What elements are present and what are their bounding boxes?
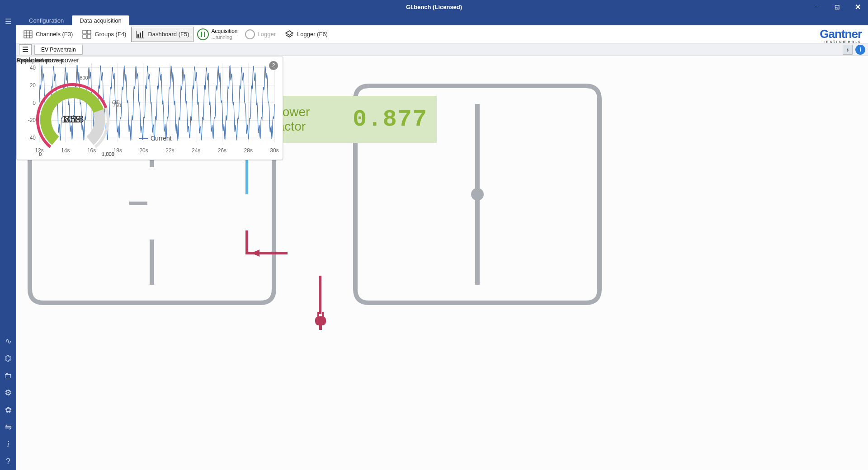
table-icon [23,29,33,39]
titlebar: GI.bench (Licensed) ─ ◱ ✕ [0,0,868,14]
svg-marker-14 [286,31,293,35]
current-chart-badge: 2 [269,61,278,70]
svg-text:30s: 30s [270,147,278,154]
svg-rect-12 [201,32,202,37]
power-factor-value: 0.877 [353,106,428,133]
svg-text:0: 0 [39,151,42,157]
svg-rect-7 [83,35,86,38]
svg-rect-5 [83,30,86,34]
preferences-gear-icon[interactable]: ✿ [0,401,16,418]
svg-rect-30 [319,324,322,330]
svg-rect-10 [140,33,141,38]
help-icon[interactable]: ? [0,453,16,470]
svg-rect-11 [142,31,143,38]
svg-rect-13 [204,32,205,37]
svg-rect-8 [87,35,91,38]
power-factor-display: Power factor 0.877 [265,96,437,143]
network-icon[interactable]: ⌬ [0,350,16,367]
svg-text:1,000: 1,000 [102,151,114,157]
dashboard-button[interactable]: Dashboard (F5) [131,27,193,42]
dashboard-tab-ev-powertrain[interactable]: EV Powertrain [34,45,83,55]
acquisition-pause-button[interactable] [197,28,209,40]
svg-marker-25 [251,249,259,257]
gauge-label: Real power [16,56,206,64]
dashboard-menu-button[interactable]: ☰ [19,44,32,55]
channels-button[interactable]: Channels (F3) [19,27,77,42]
maximize-button[interactable]: ◱ [826,0,847,14]
svg-rect-6 [87,30,91,34]
dashboard-canvas: Power factor 0.877 Motor drive Electric … [16,56,868,470]
logger-control: Logger [238,29,276,39]
svg-point-18 [471,188,484,201]
svg-text:753: 753 [65,113,81,125]
logger-record-button[interactable] [245,29,255,39]
logger-config-button[interactable]: Logger (F6) [280,27,332,42]
svg-text:26s: 26s [218,147,226,154]
svg-text:28s: 28s [244,147,253,154]
next-tab-button[interactable]: › [843,45,853,55]
main-tabs: Configuration Data acquisition [16,14,868,25]
minimize-button[interactable]: ─ [806,0,826,14]
acquisition-control: Acquisition ...running [197,28,238,40]
brand-logo: Gantnerinstruments [820,27,862,44]
info-icon[interactable]: i [0,436,16,453]
waveform-icon[interactable]: ∿ [0,333,16,350]
close-button[interactable]: ✕ [847,0,868,14]
svg-text:750: 750 [113,103,121,108]
layers-icon [284,29,294,39]
folder-icon[interactable]: 🗀 [0,367,16,384]
plug-icon [311,312,330,330]
svg-rect-27 [315,316,326,325]
tab-data-acquisition[interactable]: Data acquisition [72,15,129,25]
share-icon[interactable]: ⇋ [0,418,16,436]
logger-label: Logger [258,31,276,38]
svg-rect-0 [24,31,32,38]
tab-configuration[interactable]: Configuration [22,15,71,25]
window-title: GI.bench (Licensed) [406,4,462,10]
acquisition-status: ...running [212,34,238,40]
svg-rect-9 [137,34,139,38]
groups-button[interactable]: Groups (F4) [78,27,130,42]
toolbar: Channels (F3) Groups (F4) Dashboard (F5)… [16,25,868,43]
svg-rect-29 [322,312,324,317]
power-factor-label: Power factor [274,105,344,134]
gauge-real-power: Real power 75301,000750 [16,56,206,162]
dashboard-tabs-bar: ☰ EV Powertrain › i [16,43,868,56]
left-rail: ☰ ∿ ⌬ 🗀 ⚙ ✿ ⇋ i ? [0,14,16,470]
chart-icon [135,29,145,39]
groups-icon [82,29,92,39]
acquisition-label: Acquisition [212,28,238,34]
settings-gear-icon[interactable]: ⚙ [0,384,16,401]
svg-rect-28 [317,312,319,317]
menu-icon[interactable]: ☰ [0,14,16,29]
info-badge-button[interactable]: i [855,45,865,55]
